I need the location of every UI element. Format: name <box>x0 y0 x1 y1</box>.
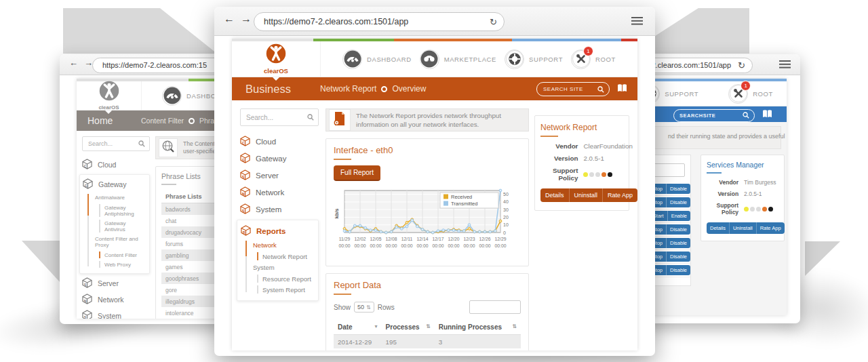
edition-title: Business <box>232 83 320 96</box>
disable-button[interactable]: Disable <box>667 265 690 275</box>
site-search-input[interactable] <box>674 112 743 119</box>
nav-item-marketplace[interactable]: MARKETPLACE <box>420 49 496 69</box>
disable-button[interactable]: Disable <box>667 252 690 262</box>
nav-item-label: ROOT <box>753 90 773 98</box>
table-filter-input[interactable] <box>469 300 521 314</box>
subtree-item-content-filter[interactable]: Content Filter <box>95 250 146 260</box>
breadcrumb-app[interactable]: Content Filter <box>141 117 184 125</box>
rate-app-button[interactable]: Rate App <box>603 188 637 202</box>
sidebar-item-cloud[interactable]: CCloud <box>82 157 150 173</box>
breadcrumb-app[interactable]: Network Report <box>320 84 376 94</box>
subtree-item-network-report[interactable]: Network Report <box>253 251 315 262</box>
uninstall-button[interactable]: Uninstall <box>730 222 757 234</box>
sidebar-search[interactable] <box>82 136 150 151</box>
app-meta: Vendor ClearFoundation Version 2.0.5-1 S… <box>540 142 623 182</box>
support-dot <box>589 172 594 177</box>
app-meta: Vendor Tim Burgess Version 2.0.5-1 Suppo… <box>707 179 778 216</box>
uninstall-button[interactable]: Uninstall <box>570 188 604 202</box>
sidebar-item-server[interactable]: SServer <box>240 167 319 184</box>
sidebar-item-label: System <box>256 205 281 214</box>
app-header: clearOS DASHBOARDMARKETPLACESUPPORT1ROOT <box>232 41 637 77</box>
nav-item-dashboard[interactable]: DASHBOARD <box>342 49 412 69</box>
svg-text:C: C <box>242 140 245 144</box>
sidebar-item-gateway[interactable]: GGateway <box>240 150 319 167</box>
subtree-item-gateway-antiphishing[interactable]: Gateway Antiphishing <box>95 203 146 218</box>
nav-item-support[interactable]: SUPPORT <box>505 49 563 69</box>
clearos-logo[interactable]: clearOS <box>232 41 321 77</box>
site-search[interactable] <box>673 109 755 122</box>
sidebar-item-reports[interactable]: RReports <box>241 222 315 239</box>
user-guide-icon[interactable] <box>616 83 628 96</box>
column-header-processes[interactable]: Processes⇅ <box>382 320 435 335</box>
svg-text:00:00: 00:00 <box>463 243 475 248</box>
sidebar-item-label: Network <box>98 296 124 304</box>
back-icon[interactable]: ← <box>224 13 235 24</box>
site-search-input[interactable] <box>537 85 597 93</box>
address-bar[interactable]: https://demo7-2.clearos.com:1501/app ↻ <box>254 12 505 31</box>
sidebar-item-system[interactable]: SSystem <box>82 308 150 319</box>
disable-button[interactable]: Disable <box>667 224 690 235</box>
site-search[interactable] <box>536 82 610 96</box>
enable-button[interactable]: Enable <box>668 211 690 221</box>
table-row[interactable]: 2014-12-291953 <box>334 335 521 349</box>
nav-item-root[interactable]: 1ROOT <box>571 49 616 69</box>
reload-icon[interactable]: ↻ <box>735 60 752 71</box>
disable-button[interactable]: Disable <box>667 197 690 207</box>
page-size-select[interactable]: 50⇅ <box>354 302 374 313</box>
subtree-item-system-report[interactable]: System Report <box>253 284 315 295</box>
clearos-logo-icon <box>266 43 286 66</box>
nav-item-label: ROOT <box>595 56 616 63</box>
search-icon <box>138 138 145 150</box>
table-row[interactable]: 2014-12-281783 <box>334 348 521 350</box>
disable-button[interactable]: Disable <box>667 184 690 194</box>
sidebar-item-cloud[interactable]: CCloud <box>240 133 319 150</box>
main-column: The Network Report provides network thro… <box>326 108 529 350</box>
browser-menu-icon[interactable] <box>631 17 643 25</box>
breadcrumb: Content Filter Phra <box>141 117 214 125</box>
svg-text:30: 30 <box>503 207 509 212</box>
forward-icon[interactable]: → <box>241 13 252 24</box>
details-button[interactable]: Details <box>540 188 570 202</box>
user-guide-icon[interactable] <box>762 109 773 121</box>
column-header-date[interactable]: Date▾ <box>334 320 382 335</box>
network-report-info-panel: Network Report Vendor ClearFoundation Ve… <box>534 115 629 211</box>
support-dot <box>583 172 588 177</box>
throughput-chart: 0102030405011/2900:0012/0200:0012/0500:0… <box>334 186 521 260</box>
panel-title-underline <box>707 172 722 174</box>
column-header-running-processes[interactable]: Running Processes⇅ <box>435 320 521 335</box>
subtree-section-system[interactable]: System <box>253 262 315 273</box>
nav-item-root[interactable]: 1ROOT <box>728 84 773 104</box>
subtree-section-content-filter-and-proxy[interactable]: Content Filter and Proxy <box>95 234 146 250</box>
sidebar-search-input[interactable] <box>245 113 307 122</box>
sidebar-item-network[interactable]: NNetwork <box>82 291 150 308</box>
subtree-item-web-proxy[interactable]: Web Proxy <box>95 260 146 269</box>
sidebar-item-label: Server <box>256 172 279 180</box>
disable-button[interactable]: Disable <box>667 238 690 248</box>
clearos-logo[interactable]: clearOS <box>77 81 142 110</box>
svg-text:G: G <box>242 157 245 161</box>
subtree-section-antimalware[interactable]: Antimalware <box>95 193 146 203</box>
svg-text:S: S <box>84 315 87 319</box>
sidebar-item-network[interactable]: NNetwork <box>240 184 319 201</box>
reload-icon[interactable]: ↻ <box>487 17 504 27</box>
sort-both-icon: ⇅ <box>512 323 517 329</box>
gauge-icon <box>342 49 362 69</box>
browser-menu-icon[interactable] <box>779 60 791 68</box>
panel-title: Interface - eth0 <box>334 145 521 155</box>
sidebar-item-gateway[interactable]: GGateway <box>83 176 146 193</box>
subtree-item-resource-report[interactable]: Resource Report <box>253 273 315 284</box>
subtree-section-network[interactable]: Network <box>253 239 315 251</box>
sidebar-search-input[interactable] <box>87 140 138 148</box>
rate-app-button[interactable]: Rate App <box>757 222 785 234</box>
sidebar-item-system[interactable]: SSystem <box>240 201 319 218</box>
svg-text:kb/s: kb/s <box>334 208 340 218</box>
details-button[interactable]: Details <box>707 222 730 234</box>
forward-icon[interactable]: → <box>84 58 93 68</box>
sidebar-search[interactable] <box>240 108 319 126</box>
nav-item-label: DASHBOARD <box>367 56 412 63</box>
subtree-item-gateway-antivirus[interactable]: Gateway Antivirus <box>95 218 146 234</box>
full-report-button[interactable]: Full Report <box>334 165 380 181</box>
sidebar-item-server[interactable]: SServer <box>82 275 150 291</box>
svg-text:S: S <box>242 208 245 212</box>
back-icon[interactable]: ← <box>69 58 78 68</box>
